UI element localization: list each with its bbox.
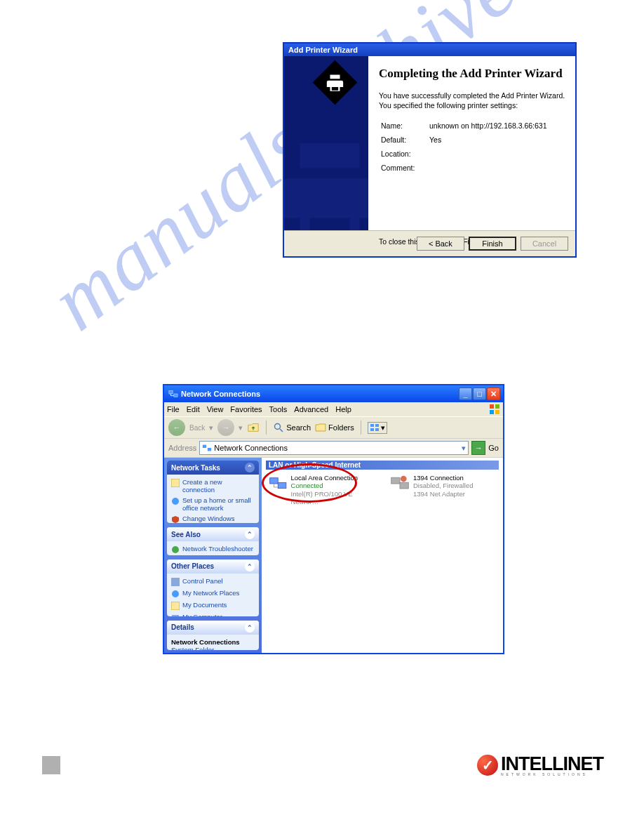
local-area-connection[interactable]: Local Area ConnectionConnectedIntel(R) P… <box>269 474 377 506</box>
my-computer-link[interactable]: My Computer <box>171 613 255 616</box>
go-label: Go <box>488 444 499 452</box>
svg-rect-11 <box>203 445 206 448</box>
back-button[interactable]: < Back <box>417 237 464 251</box>
nc-toolbar: ← Back ▾ → ▾ Search Folders ▾ <box>164 417 503 439</box>
svg-rect-12 <box>208 448 211 451</box>
svg-point-14 <box>172 498 179 505</box>
add-printer-wizard-dialog: Add Printer Wizard Completing the Add Pr… <box>283 42 577 258</box>
menu-edit[interactable]: Edit <box>187 405 200 413</box>
network-icon <box>168 389 178 399</box>
svg-point-24 <box>401 476 407 482</box>
finish-button[interactable]: Finish <box>469 237 516 251</box>
views-button[interactable]: ▾ <box>368 422 387 434</box>
address-label: Address <box>168 444 196 452</box>
intellinet-logo: ✓ INTELLINET NETWORK SOLUTIONS <box>477 753 603 776</box>
menu-help[interactable]: Help <box>335 405 351 413</box>
menu-file[interactable]: File <box>167 405 180 413</box>
wizard-banner <box>284 56 368 230</box>
svg-point-6 <box>275 424 281 430</box>
svg-rect-4 <box>490 410 494 414</box>
folders-button[interactable]: Folders <box>315 422 354 433</box>
create-connection-link[interactable]: Create a new connection <box>171 478 255 494</box>
menu-favorites[interactable]: Favorites <box>230 405 262 413</box>
windows-flag-icon <box>489 404 500 415</box>
svg-rect-19 <box>172 615 179 616</box>
collapse-icon[interactable]: ⌃ <box>245 529 255 539</box>
1394-connection-icon <box>390 474 410 494</box>
svg-rect-21 <box>278 482 286 488</box>
page-footer: ✓ INTELLINET NETWORK SOLUTIONS <box>42 753 603 776</box>
minimize-button[interactable]: _ <box>459 388 472 400</box>
checkmark-icon: ✓ <box>477 755 498 776</box>
go-button[interactable]: → <box>471 441 485 455</box>
see-also-panel: See Also⌃ Network Troubleshooter <box>167 527 259 555</box>
svg-rect-3 <box>495 404 499 409</box>
wizard-footer: < Back Finish Cancel <box>284 230 575 256</box>
nav-forward-button[interactable]: → <box>217 419 234 436</box>
network-places-link[interactable]: My Network Places <box>171 589 255 598</box>
setup-network-link[interactable]: Set up a home or small office network <box>171 496 255 512</box>
nav-back-button[interactable]: ← <box>168 419 185 436</box>
svg-rect-0 <box>169 391 173 394</box>
nc-addressbar: Address Network Connections ▾ → Go <box>164 439 503 458</box>
wizard-intro-text: You have successfully completed the Add … <box>379 91 567 110</box>
svg-rect-16 <box>171 578 180 586</box>
nav-back-label: Back <box>189 424 205 432</box>
network-icon <box>202 443 212 453</box>
address-input[interactable]: Network Connections ▾ <box>199 441 469 455</box>
printer-icon <box>313 60 358 105</box>
maximize-button[interactable]: □ <box>473 388 486 400</box>
wizard-heading: Completing the Add Printer Wizard <box>379 67 567 81</box>
collapse-icon[interactable]: ⌃ <box>245 623 255 633</box>
group-header: LAN or High-Speed Internet <box>266 461 499 470</box>
svg-rect-2 <box>490 404 494 409</box>
other-places-panel: Other Places⌃ Control Panel My Network P… <box>167 560 259 616</box>
svg-rect-22 <box>391 477 400 484</box>
svg-rect-13 <box>171 479 180 487</box>
svg-rect-10 <box>375 428 379 431</box>
collapse-icon[interactable]: ⌃ <box>245 463 255 472</box>
menu-advanced[interactable]: Advanced <box>294 405 328 413</box>
1394-connection[interactable]: 1394 ConnectionDisabled, Firewalled1394 … <box>390 474 499 506</box>
svg-rect-5 <box>495 410 499 414</box>
nc-menubar: File Edit View Favorites Tools Advanced … <box>164 402 503 417</box>
page-number-box <box>42 756 60 774</box>
svg-rect-23 <box>400 482 408 489</box>
svg-rect-1 <box>174 394 177 397</box>
wizard-settings-table: Name:unknown on http://192.168.3.66:631 … <box>379 119 549 176</box>
svg-rect-18 <box>171 602 180 610</box>
svg-point-17 <box>172 590 179 597</box>
control-panel-link[interactable]: Control Panel <box>171 577 255 586</box>
collapse-icon[interactable]: ⌃ <box>245 562 255 571</box>
svg-rect-7 <box>370 424 374 427</box>
lan-connection-icon <box>269 474 288 494</box>
menu-tools[interactable]: Tools <box>269 405 288 413</box>
svg-rect-9 <box>370 428 374 431</box>
network-tasks-panel: Network Tasks⌃ Create a new connection S… <box>167 461 259 523</box>
network-troubleshooter-link[interactable]: Network Troubleshooter <box>171 545 255 554</box>
nc-sidebar: Network Tasks⌃ Create a new connection S… <box>164 458 262 653</box>
svg-point-15 <box>172 546 179 553</box>
cancel-button[interactable]: Cancel <box>521 237 568 251</box>
svg-rect-8 <box>375 424 379 427</box>
wizard-titlebar: Add Printer Wizard <box>284 44 575 56</box>
nc-content: LAN or High-Speed Internet Local Area Co… <box>262 458 503 653</box>
details-panel: Details⌃ Network ConnectionsSystem Folde… <box>167 621 259 650</box>
close-button[interactable]: ✕ <box>487 388 500 400</box>
network-connections-window: Network Connections _ □ ✕ File Edit View… <box>163 384 504 654</box>
nc-titlebar: Network Connections _ □ ✕ <box>164 385 503 402</box>
search-button[interactable]: Search <box>273 422 311 433</box>
firewall-settings-link[interactable]: Change Windows Firewall settings <box>171 515 255 523</box>
my-documents-link[interactable]: My Documents <box>171 601 255 610</box>
up-folder-icon[interactable] <box>247 421 260 434</box>
menu-view[interactable]: View <box>207 405 224 413</box>
svg-rect-20 <box>270 478 279 484</box>
